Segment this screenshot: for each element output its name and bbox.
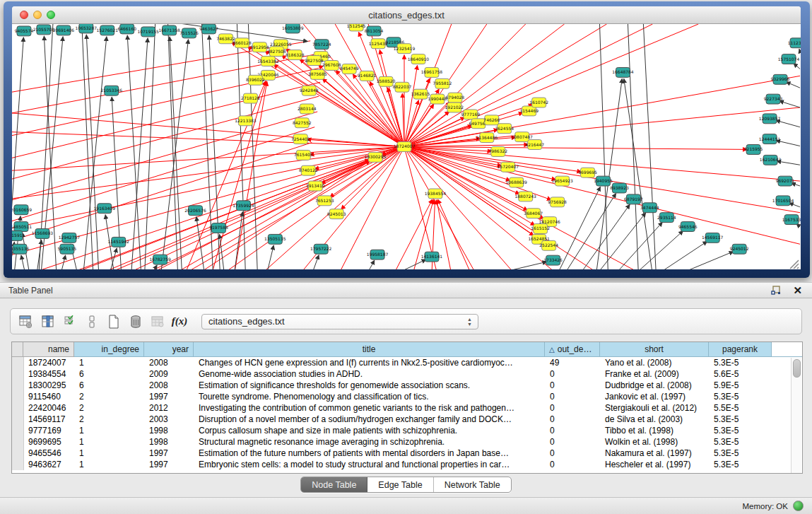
- table-cell[interactable]: 2: [75, 414, 145, 424]
- table-cell[interactable]: Nakamura et al. (1997): [601, 448, 710, 458]
- table-row[interactable]: 977716911998Corpus callosum shape and si…: [12, 425, 802, 436]
- table-cell[interactable]: 0: [546, 403, 601, 413]
- table-cell[interactable]: Stergiakouli et al. (2012): [601, 403, 710, 413]
- close-window-icon[interactable]: [20, 11, 28, 19]
- table-cell[interactable]: 9465546: [24, 448, 75, 458]
- table-cell[interactable]: Jankovic et al. (1997): [601, 392, 710, 402]
- table-cell[interactable]: Investigating the contribution of common…: [194, 403, 546, 413]
- graph-node[interactable]: 1921022: [445, 103, 464, 112]
- graph-node[interactable]: 19384554: [425, 189, 447, 199]
- graph-node[interactable]: 1733426: [543, 255, 563, 265]
- graph-node[interactable]: 9405574: [15, 26, 34, 36]
- table-row[interactable]: 1872400712008Changes of HCN gene express…: [12, 357, 802, 368]
- table-row[interactable]: 1938455462009Genome-wide association stu…: [12, 368, 802, 380]
- graph-node[interactable]: 9463627: [199, 24, 218, 34]
- graph-node[interactable]: 12093857: [759, 114, 781, 124]
- table-row[interactable]: 1830029562008Estimation of significance …: [12, 380, 802, 391]
- graph-node[interactable]: 11568693: [32, 228, 54, 238]
- column-header-title[interactable]: title: [194, 342, 545, 357]
- graph-node[interactable]: 8740122: [299, 165, 318, 175]
- table-cell[interactable]: Yano et al. (2008): [601, 358, 710, 368]
- graph-node[interactable]: 1615152: [531, 224, 550, 234]
- table-cell[interactable]: 2: [75, 392, 145, 402]
- network-view-window[interactable]: citations_edges.txt 94055742105570820691…: [4, 1, 810, 278]
- column-header-short[interactable]: short: [600, 342, 709, 357]
- table-cell[interactable]: 2008: [145, 380, 194, 390]
- close-panel-icon[interactable]: ✕: [793, 285, 802, 296]
- column-header-pagerank[interactable]: pagerank: [709, 342, 772, 357]
- graph-node[interactable]: 20206576: [184, 206, 206, 216]
- table-cell[interactable]: 14569117: [24, 414, 75, 424]
- graph-node[interactable]: 21053346: [101, 86, 123, 95]
- table-cell[interactable]: Structural magnetic resonance image aver…: [194, 437, 546, 447]
- graph-node[interactable]: 3827508: [267, 47, 286, 57]
- tab-edge-table[interactable]: Edge Table: [367, 477, 433, 492]
- graph-node[interactable]: 21055708: [33, 25, 55, 35]
- table-cell[interactable]: 1997: [145, 392, 194, 402]
- graph-node[interactable]: 1940955: [594, 176, 613, 186]
- table-cell[interactable]: 1: [75, 460, 145, 469]
- table-cell[interactable]: 6: [75, 380, 145, 390]
- graph-node[interactable]: 9827508: [305, 56, 324, 66]
- graph-node[interactable]: 9146821: [358, 71, 377, 81]
- graph-node[interactable]: 1362615: [411, 89, 430, 99]
- table-cell[interactable]: 5.3E-5: [710, 460, 772, 469]
- graph-node[interactable]: 3474444: [640, 203, 659, 213]
- graph-node[interactable]: 18807243: [514, 192, 536, 201]
- graph-node[interactable]: 10653287: [76, 24, 98, 33]
- graph-node[interactable]: 17957222: [310, 244, 332, 254]
- graph-node[interactable]: 8938923: [610, 183, 629, 193]
- graph-node[interactable]: 9699695: [578, 168, 597, 177]
- table-cell[interactable]: 1: [75, 437, 145, 447]
- table-cell[interactable]: Changes of HCN gene expression and I(f) …: [194, 358, 546, 368]
- graph-node[interactable]: 8822037: [393, 82, 412, 92]
- graph-node[interactable]: 9245012: [730, 244, 749, 254]
- table-cell[interactable]: 5.3E-5: [710, 448, 772, 458]
- table-cell[interactable]: Hescheler et al. (1997): [601, 460, 710, 469]
- table-cell[interactable]: 0: [546, 460, 601, 469]
- table-cell[interactable]: 9777169: [24, 426, 75, 436]
- graph-node[interactable]: 20691406: [53, 25, 75, 35]
- graph-node[interactable]: 6216447: [525, 140, 544, 150]
- graph-node[interactable]: 1125439: [369, 39, 388, 49]
- table-cell[interactable]: 0: [546, 380, 601, 390]
- graph-node[interactable]: 6794028: [446, 93, 465, 103]
- graph-node[interactable]: 8186328: [286, 50, 305, 60]
- graph-node[interactable]: 15751074: [778, 54, 800, 64]
- zoom-window-icon[interactable]: [47, 11, 55, 19]
- graph-node[interactable]: 15276021: [97, 25, 119, 35]
- graph-node[interactable]: 7515526: [180, 28, 199, 38]
- table-cell[interactable]: 6: [75, 369, 145, 379]
- graph-node[interactable]: 1990448: [428, 94, 447, 104]
- graph-node[interactable]: 17359924: [233, 201, 254, 211]
- graph-node[interactable]: 20160659: [12, 205, 32, 215]
- graph-node[interactable]: 9355136: [12, 244, 29, 254]
- graph-node[interactable]: 2803144: [298, 104, 317, 114]
- table-cell[interactable]: 0: [546, 448, 601, 458]
- new-table-icon[interactable]: [107, 315, 121, 329]
- graph-node[interactable]: 11451942: [108, 237, 130, 247]
- graph-node[interactable]: 1167533: [782, 215, 801, 225]
- table-cell[interactable]: 1997: [145, 460, 194, 469]
- table-cell[interactable]: 2009: [145, 369, 194, 379]
- graph-node[interactable]: 8396022: [246, 75, 265, 85]
- graph-node[interactable]: 16210643: [760, 155, 782, 165]
- table-cell[interactable]: 49: [546, 358, 601, 368]
- graph-node[interactable]: 1610742: [529, 98, 548, 107]
- graph-node[interactable]: 16648784: [612, 67, 634, 77]
- graph-node[interactable]: 17016504: [772, 196, 794, 206]
- table-cell[interactable]: 22420046: [24, 403, 75, 413]
- tab-network-table[interactable]: Network Table: [434, 477, 511, 492]
- table-cell[interactable]: Disruption of a novel member of a sodium…: [194, 414, 546, 424]
- network-graph[interactable]: 9405574210557082069140610653287152760216…: [12, 24, 801, 269]
- minimize-window-icon[interactable]: [33, 11, 42, 19]
- table-row[interactable]: 946554611997Estimation of the future num…: [12, 448, 802, 459]
- table-cell[interactable]: 2003: [145, 414, 194, 424]
- table-cell[interactable]: 9699695: [24, 437, 75, 447]
- graph-node[interactable]: 5912954: [250, 42, 269, 52]
- graph-node[interactable]: 10719155: [137, 27, 159, 37]
- graph-node[interactable]: 5905135: [58, 244, 77, 254]
- graph-node[interactable]: 14569117: [702, 233, 724, 243]
- table-row[interactable]: 1456911722003Disruption of a novel membe…: [12, 414, 802, 425]
- table-cell[interactable]: 2012: [145, 403, 194, 413]
